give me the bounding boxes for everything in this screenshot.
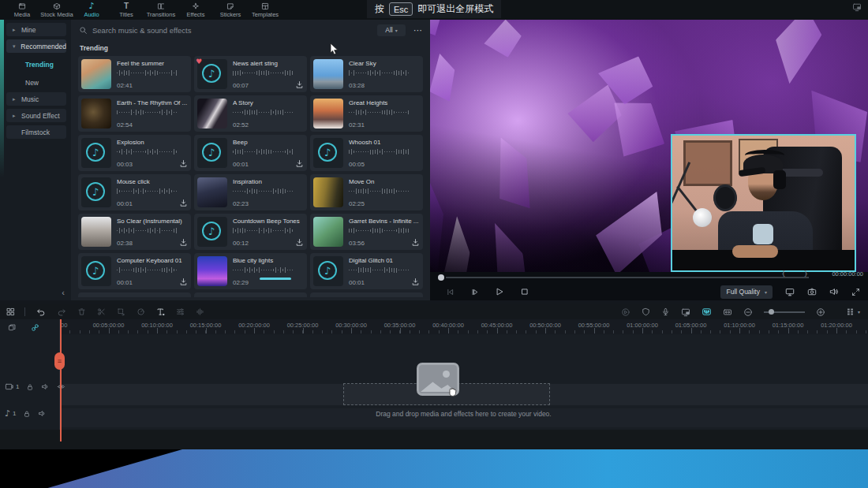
sidebar-item-trending[interactable]: Trending	[6, 58, 66, 71]
screen-record-icon[interactable]	[681, 307, 690, 317]
audio-thumbnail: ♪	[81, 256, 111, 286]
sidebar-collapse-button[interactable]: ‹	[62, 288, 65, 297]
tab-media[interactable]: Media	[5, 0, 39, 20]
audio-card-partial[interactable]	[310, 292, 423, 297]
audio-card[interactable]: ♪ Whoosh 01 00:05	[310, 135, 423, 171]
sidebar-item-recommended[interactable]: ▾Recommended	[6, 39, 66, 53]
stop-button[interactable]	[520, 287, 529, 296]
sidebar-item-new[interactable]: New	[6, 76, 66, 89]
sidebar-item-sound-effect[interactable]: ▸Sound Effect	[6, 109, 66, 122]
audio-card[interactable]: ♪ Explosion 00:03	[78, 135, 191, 171]
seek-handle[interactable]	[438, 274, 444, 281]
download-icon[interactable]	[179, 158, 188, 168]
audio-card-partial[interactable]	[78, 292, 191, 297]
step-forward-button[interactable]	[470, 288, 479, 296]
mark-in-out[interactable]: { }	[781, 270, 816, 278]
timeline-zoom-slider[interactable]	[764, 311, 805, 313]
webcam-overlay-clip[interactable]	[671, 134, 856, 272]
audio-card[interactable]: ♪ Countdown Beep Tones 00:12	[194, 214, 307, 250]
tab-titles[interactable]: T Titles	[109, 0, 144, 20]
display-device-icon[interactable]	[785, 287, 795, 296]
tab-transitions[interactable]: Transitions	[144, 0, 178, 20]
quality-dropdown[interactable]: Full Quality ▾	[720, 285, 773, 299]
download-icon[interactable]	[179, 198, 188, 207]
tab-stock-media[interactable]: Stock Media	[39, 0, 74, 20]
split-icon[interactable]	[97, 307, 106, 316]
volume-icon[interactable]	[829, 287, 839, 296]
audio-card[interactable]: A Story 02:52	[194, 95, 307, 132]
filter-dropdown[interactable]: All ▾	[377, 24, 406, 36]
search-input[interactable]: Search music & sound effects	[79, 24, 372, 36]
audio-card[interactable]: Great Heights 02:31	[310, 95, 423, 132]
music-note-icon: ♪	[86, 143, 105, 162]
mask-icon[interactable]	[642, 307, 650, 316]
seek-track[interactable]	[446, 277, 809, 278]
zoom-out-icon[interactable]	[743, 307, 753, 317]
redo-icon[interactable]	[57, 307, 66, 317]
workspace-icon[interactable]	[852, 2, 862, 12]
audio-card[interactable]: Clear Sky 03:28	[310, 56, 423, 92]
layout-icon[interactable]	[6, 307, 15, 316]
download-icon[interactable]	[295, 80, 304, 89]
audio-card[interactable]: ♪ Mouse click 00:01	[78, 174, 191, 210]
audio-card[interactable]: ♪ Beep 00:01	[194, 135, 307, 171]
download-icon[interactable]	[295, 158, 304, 168]
audio-card[interactable]: ♪ Computer Keyboard 01 00:01	[78, 253, 191, 289]
more-options-button[interactable]: ⋯	[413, 25, 423, 35]
download-icon[interactable]	[179, 277, 188, 286]
audio-duration: 02:54	[117, 121, 133, 129]
titles-icon: T	[124, 2, 129, 11]
tab-audio[interactable]: ♪ Audio	[74, 0, 109, 20]
tab-templates[interactable]: Templates	[248, 0, 282, 20]
duplicate-icon[interactable]	[8, 323, 17, 332]
crop-icon[interactable]	[117, 307, 125, 316]
audio-card[interactable]: Blue city lights 02:29	[194, 253, 307, 289]
download-icon[interactable]	[179, 237, 188, 247]
sidebar-item-mine[interactable]: ▸Mine	[6, 23, 66, 36]
track-header-column: 1 ♪ 1	[0, 319, 60, 430]
audio-card[interactable]: ♪ News alert sting 00:07 ♥	[194, 56, 307, 92]
audio-card[interactable]: Inspiration 02:23	[194, 174, 307, 210]
audio-mixer-icon[interactable]	[702, 307, 712, 317]
adjust-icon[interactable]	[176, 307, 185, 316]
prev-frame-button[interactable]	[446, 288, 455, 296]
fit-timeline-icon[interactable]	[723, 307, 732, 317]
undo-icon[interactable]	[36, 307, 46, 317]
playhead-line[interactable]	[60, 319, 62, 441]
download-icon[interactable]	[295, 237, 304, 247]
scroll-indicator[interactable]	[260, 278, 291, 280]
snapshot-icon[interactable]	[807, 287, 817, 296]
audio-card[interactable]: Earth - The Rhythm Of ... 02:54	[78, 95, 191, 132]
link-icon[interactable]	[31, 323, 39, 332]
edit-text-icon[interactable]	[156, 307, 165, 316]
tab-stickers[interactable]: Stickers	[213, 0, 248, 20]
sidebar-item-music[interactable]: ▸Music	[6, 92, 66, 106]
mute-icon[interactable]	[41, 382, 50, 391]
playhead-handle[interactable]: ≡	[54, 352, 65, 370]
track-manager-icon[interactable]	[846, 307, 855, 316]
effects-icon	[192, 2, 200, 11]
lock-icon[interactable]	[26, 383, 34, 391]
audio-card[interactable]: ♪ Digital Glitch 01 00:01	[310, 253, 423, 289]
zoom-in-icon[interactable]	[816, 307, 825, 317]
delete-icon[interactable]	[77, 307, 86, 316]
download-icon[interactable]	[411, 237, 420, 247]
audio-card-partial[interactable]	[194, 292, 307, 297]
track-manager-caret[interactable]: ▾	[858, 309, 860, 315]
audio-card[interactable]: Feel the summer 02:41	[78, 56, 191, 92]
lock-icon[interactable]	[23, 410, 31, 418]
play-button[interactable]	[495, 287, 504, 296]
audio-card[interactable]: Garret Bevins - Infinite ... 03:56	[310, 214, 423, 250]
mute-icon[interactable]	[38, 409, 47, 418]
fullscreen-icon[interactable]	[851, 288, 860, 296]
speed-icon[interactable]	[137, 307, 145, 316]
render-preview-icon[interactable]	[621, 307, 630, 317]
audio-card[interactable]: Move On 02:25	[310, 174, 423, 210]
download-icon[interactable]	[411, 277, 420, 286]
audio-card[interactable]: So Clear (Instrumental) 02:38	[78, 214, 191, 250]
denoise-icon[interactable]	[196, 307, 204, 316]
voiceover-icon[interactable]	[661, 307, 670, 316]
sidebar-item-filmstock[interactable]: Filmstock	[6, 125, 66, 139]
tab-effects[interactable]: Effects	[178, 0, 213, 20]
timeline-ruler[interactable]: 00:0000:05:00:0000:10:00:0000:15:00:0000…	[0, 319, 868, 334]
